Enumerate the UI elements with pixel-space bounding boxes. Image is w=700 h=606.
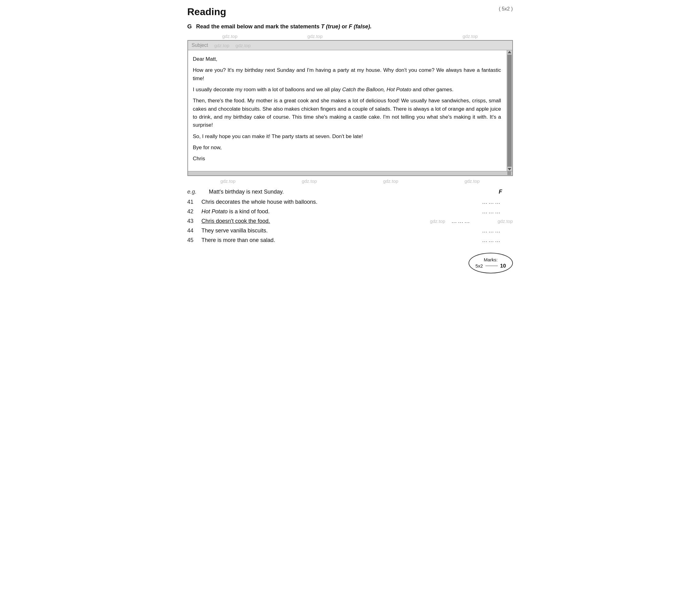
q-text-44: They serve vanilla biscuits. — [202, 228, 479, 234]
email-header: Subject gdz.top gdz.top — [188, 41, 512, 50]
marks-line — [486, 266, 498, 266]
example-question-text: Matt's birthday is next Sunday. — [209, 189, 485, 195]
q-dots-44: ……… — [482, 228, 513, 234]
email-watermark-1: gdz.top — [214, 43, 229, 48]
hot-potato-label: Hot Potato — [202, 208, 228, 214]
q-text-43: Chris doesn't cook the food. — [202, 218, 421, 225]
q-text-41: Chris decorates the whole house with bal… — [202, 199, 479, 205]
q-num-41: 41 — [187, 199, 199, 205]
instruction-row: G Read the email below and mark the stat… — [187, 23, 513, 30]
watermark-mid-4: gdz.top — [465, 179, 480, 184]
marks-box: Marks: 5x2 10 — [468, 253, 513, 273]
q-dots-41: ……… — [482, 199, 513, 205]
score-top-value: 5x2 — [502, 6, 510, 11]
q-num-44: 44 — [187, 228, 199, 234]
watermarks-mid-row: gdz.top gdz.top gdz.top gdz.top — [187, 179, 513, 184]
q-num-43: 43 — [187, 218, 199, 225]
email-footer-bar — [188, 171, 512, 176]
marks-label: Marks: — [475, 257, 506, 262]
example-answer: F — [488, 189, 513, 195]
watermark-4: gdz.top — [463, 33, 478, 39]
scroll-thumb[interactable] — [507, 54, 512, 167]
instruction-text: Read the email below and mark the statem… — [196, 23, 371, 30]
q-num-42: 42 — [187, 208, 199, 215]
email-container: Subject gdz.top gdz.top Dear Matt, How a… — [187, 40, 513, 176]
watermark-inline-2: gdz.top — [497, 218, 513, 224]
watermark-1: gdz.top — [222, 33, 237, 39]
q-text-42: Hot Potato is a kind of food. — [202, 208, 479, 215]
game-name-1: Catch the Balloon, Hot Potato — [342, 87, 411, 92]
watermark-mid-2: gdz.top — [302, 179, 317, 184]
watermarks-top-row: gdz.top gdz.top gdz.top — [187, 33, 513, 39]
question-row-45: 45 There is more than one salad. ……… — [187, 237, 513, 243]
watermark-2: gdz.top — [307, 33, 322, 39]
q-text-45: There is more than one salad. — [202, 237, 479, 243]
questions-section: e.g. Matt's birthday is next Sunday. F 4… — [187, 189, 513, 243]
email-para-1: How are you? It's my birthday next Sunda… — [193, 66, 501, 83]
watermark-mid-3: gdz.top — [383, 179, 398, 184]
q-dots-43: ……… — [451, 218, 482, 225]
q-dots-42: ……… — [482, 208, 513, 215]
email-salutation: Dear Matt, — [193, 55, 501, 63]
scroll-up-arrow[interactable] — [508, 51, 511, 53]
question-row-41: 41 Chris decorates the whole house with … — [187, 199, 513, 205]
eg-label: e.g. — [187, 189, 206, 195]
email-para-4: So, I really hope you can make it! The p… — [193, 133, 501, 141]
q-underline-43: Chris doesn't cook the food. — [202, 218, 270, 224]
instruction-letter: G — [187, 23, 192, 30]
marks-box-row: Marks: 5x2 10 — [187, 253, 513, 273]
score-top-right: ( 5x2 ) — [499, 6, 513, 12]
watermark-inline-1: gdz.top — [430, 218, 445, 224]
email-sign-off: Bye for now, — [193, 144, 501, 152]
subject-label: Subject — [192, 43, 208, 48]
q-dots-45: ……… — [482, 237, 513, 243]
marks-fraction: 5x2 10 — [475, 263, 506, 269]
resize-handle[interactable] — [507, 171, 511, 175]
marks-denominator: 10 — [500, 263, 506, 269]
question-row-43: 43 Chris doesn't cook the food. gdz.top … — [187, 218, 513, 225]
email-signature: Chris — [193, 155, 501, 163]
watermark-mid-1: gdz.top — [220, 179, 235, 184]
email-body: Dear Matt, How are you? It's my birthday… — [188, 50, 512, 171]
example-row: e.g. Matt's birthday is next Sunday. F — [187, 189, 513, 195]
question-row-42: 42 Hot Potato is a kind of food. ……… — [187, 208, 513, 215]
question-row-44: 44 They serve vanilla biscuits. ……… — [187, 228, 513, 234]
marks-multiplier: 5x2 — [475, 263, 483, 269]
scroll-down-arrow[interactable] — [508, 168, 511, 170]
email-para-3: Then, there's the food. My mother is a g… — [193, 97, 501, 129]
email-scrollbar[interactable] — [507, 50, 512, 171]
section-title: Reading — [187, 6, 513, 18]
email-watermark-2: gdz.top — [235, 43, 251, 48]
email-para-2: I usually decorate my room with a lot of… — [193, 86, 501, 94]
q-num-45: 45 — [187, 237, 199, 243]
